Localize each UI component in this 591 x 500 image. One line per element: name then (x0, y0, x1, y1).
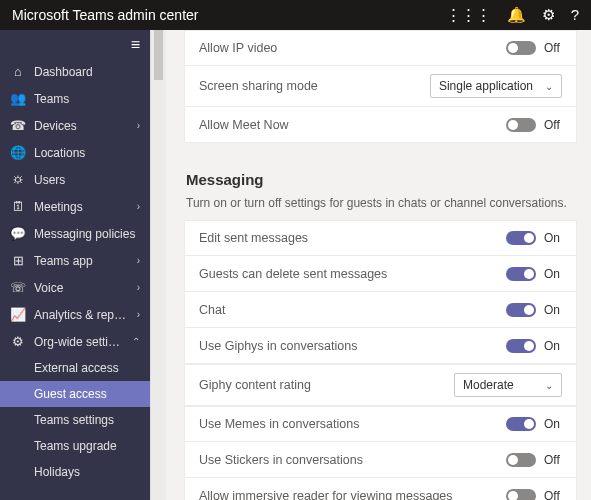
scrollbar[interactable] (150, 30, 166, 500)
setting-row-giphy-rating: Giphy content rating Moderate ⌄ (184, 364, 577, 406)
toggle-text: On (544, 339, 560, 353)
sidebar-item-label: Analytics & reports (34, 308, 129, 322)
setting-row: ChatOn (184, 292, 577, 328)
setting-row: Allow immersive reader for viewing messa… (184, 478, 577, 500)
sidebar-item-label: Locations (34, 146, 140, 160)
section-title-messaging: Messaging (186, 171, 577, 188)
sidebar-icon: ☏ (10, 280, 26, 295)
gear-icon[interactable]: ⚙ (542, 6, 555, 24)
toggle-switch[interactable] (506, 453, 536, 467)
scrollbar-thumb[interactable] (154, 30, 163, 80)
toggle-text: On (544, 267, 560, 281)
setting-label: Allow immersive reader for viewing messa… (199, 489, 453, 501)
toggle-text: Off (544, 41, 560, 55)
setting-label: Use Stickers in conversations (199, 453, 363, 467)
help-icon[interactable]: ? (571, 6, 579, 24)
sidebar-icon: ⌂ (10, 64, 26, 79)
topbar: Microsoft Teams admin center ⋮⋮⋮ 🔔 ⚙ ? (0, 0, 591, 30)
toggle-switch[interactable] (506, 489, 536, 501)
setting-row: Use Memes in conversationsOn (184, 406, 577, 442)
toggle-text: Off (544, 453, 560, 467)
sidebar-item-label: Dashboard (34, 65, 140, 79)
sidebar-icon: ☎ (10, 118, 26, 133)
sidebar-sub-teams-settings[interactable]: Teams settings (0, 407, 150, 433)
hamburger-icon[interactable]: ≡ (0, 30, 150, 58)
setting-label: Screen sharing mode (199, 79, 318, 93)
sidebar-item-meetings[interactable]: 🗓Meetings› (0, 193, 150, 220)
toggle-text: On (544, 231, 560, 245)
sidebar-icon: 👥 (10, 91, 26, 106)
sidebar-item-teams-app[interactable]: ⊞Teams app› (0, 247, 150, 274)
setting-label: Allow IP video (199, 41, 277, 55)
sidebar-icon: ⊞ (10, 253, 26, 268)
chevron-down-icon: ⌄ (545, 380, 553, 391)
sidebar-item-label: Teams (34, 92, 140, 106)
sidebar: ≡ ⌂Dashboard👥Teams☎Devices›🌐Locations⛭Us… (0, 30, 150, 500)
select-screen-share[interactable]: Single application ⌄ (430, 74, 562, 98)
sidebar-item-label: Users (34, 173, 140, 187)
chevron-icon: › (137, 120, 140, 131)
toggle-text: Off (544, 118, 560, 132)
sidebar-item-label: Devices (34, 119, 129, 133)
toggle-switch[interactable] (506, 303, 536, 317)
sidebar-sub-external-access[interactable]: External access (0, 355, 150, 381)
waffle-icon[interactable]: ⋮⋮⋮ (446, 6, 491, 24)
setting-row: Edit sent messagesOn (184, 220, 577, 256)
topbar-icons: ⋮⋮⋮ 🔔 ⚙ ? (446, 6, 579, 24)
sidebar-item-locations[interactable]: 🌐Locations (0, 139, 150, 166)
sidebar-icon: 💬 (10, 226, 26, 241)
main-content: Allow IP video Off Screen sharing mode S… (166, 30, 591, 500)
sidebar-icon: 🌐 (10, 145, 26, 160)
sidebar-item-dashboard[interactable]: ⌂Dashboard (0, 58, 150, 85)
sidebar-item-teams[interactable]: 👥Teams (0, 85, 150, 112)
chevron-down-icon: ⌄ (545, 81, 553, 92)
sidebar-icon: ⚙ (10, 334, 26, 349)
bell-icon[interactable]: 🔔 (507, 6, 526, 24)
select-value: Moderate (463, 378, 514, 392)
sidebar-sub-guest-access[interactable]: Guest access (0, 381, 150, 407)
setting-row-meet-now: Allow Meet Now Off (184, 107, 577, 143)
setting-row: Guests can delete sent messagesOn (184, 256, 577, 292)
app-title: Microsoft Teams admin center (12, 7, 198, 23)
setting-label: Use Memes in conversations (199, 417, 359, 431)
sidebar-item-org-wide-settings[interactable]: ⚙Org-wide settings⌃ (0, 328, 150, 355)
select-value: Single application (439, 79, 533, 93)
toggle-text: Off (544, 489, 560, 501)
toggle-switch[interactable] (506, 339, 536, 353)
sidebar-sub-teams-upgrade[interactable]: Teams upgrade (0, 433, 150, 459)
sidebar-item-users[interactable]: ⛭Users (0, 166, 150, 193)
sidebar-item-label: Org-wide settings (34, 335, 124, 349)
sidebar-item-label: Voice (34, 281, 129, 295)
sidebar-sub-holidays[interactable]: Holidays (0, 459, 150, 485)
setting-label: Allow Meet Now (199, 118, 289, 132)
setting-label: Chat (199, 303, 225, 317)
toggle-switch[interactable] (506, 417, 536, 431)
sidebar-icon: ⛭ (10, 172, 26, 187)
sidebar-item-messaging-policies[interactable]: 💬Messaging policies (0, 220, 150, 247)
chevron-icon: ⌃ (132, 336, 140, 347)
chevron-icon: › (137, 201, 140, 212)
sidebar-item-voice[interactable]: ☏Voice› (0, 274, 150, 301)
chevron-icon: › (137, 255, 140, 266)
toggle-meet-now[interactable] (506, 118, 536, 132)
chevron-icon: › (137, 282, 140, 293)
chevron-icon: › (137, 309, 140, 320)
toggle-text: On (544, 303, 560, 317)
toggle-text: On (544, 417, 560, 431)
setting-label: Edit sent messages (199, 231, 308, 245)
setting-label: Giphy content rating (199, 378, 311, 392)
setting-row-ip-video: Allow IP video Off (184, 30, 577, 66)
toggle-ip-video[interactable] (506, 41, 536, 55)
toggle-switch[interactable] (506, 231, 536, 245)
sidebar-item-label: Teams app (34, 254, 129, 268)
setting-row-screen-share: Screen sharing mode Single application ⌄ (184, 66, 577, 107)
sidebar-item-label: Messaging policies (34, 227, 140, 241)
section-desc-messaging: Turn on or turn off settings for guests … (186, 196, 577, 210)
select-giphy-rating[interactable]: Moderate ⌄ (454, 373, 562, 397)
sidebar-item-devices[interactable]: ☎Devices› (0, 112, 150, 139)
sidebar-item-analytics-reports[interactable]: 📈Analytics & reports› (0, 301, 150, 328)
setting-label: Guests can delete sent messages (199, 267, 387, 281)
setting-row: Use Giphys in conversationsOn (184, 328, 577, 364)
sidebar-icon: 🗓 (10, 199, 26, 214)
toggle-switch[interactable] (506, 267, 536, 281)
